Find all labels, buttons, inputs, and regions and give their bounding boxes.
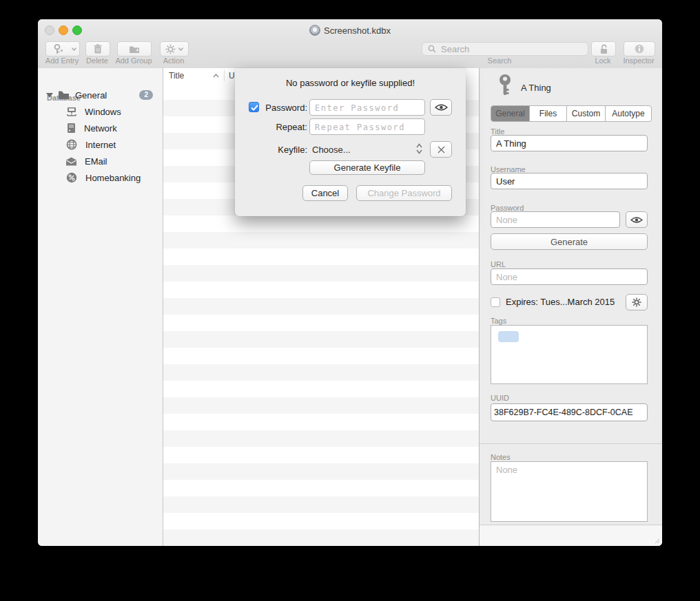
- count-badge: 2: [139, 90, 153, 100]
- url-field-label: URL: [491, 260, 506, 268]
- padlock-open-icon: [599, 44, 608, 54]
- search-field[interactable]: [422, 42, 588, 56]
- key-plus-icon: [53, 44, 63, 54]
- tags-box[interactable]: [491, 325, 648, 384]
- sidebar-item-email[interactable]: EMail: [38, 153, 163, 169]
- sidebar-item-windows[interactable]: Windows: [38, 103, 163, 120]
- sort-ascending-icon: [213, 74, 219, 78]
- lock-button[interactable]: [591, 41, 616, 56]
- password-label: Password:: [260, 103, 307, 113]
- reveal-password-button[interactable]: [626, 211, 648, 228]
- sidebar-item-label: General: [75, 90, 107, 101]
- sidebar-item-network[interactable]: Network: [38, 120, 163, 136]
- add-group-button[interactable]: [117, 41, 152, 56]
- close-x-icon: [438, 146, 445, 154]
- inspector-footer: [480, 525, 662, 546]
- workgroup-icon: [65, 107, 78, 117]
- tags-label: Tags: [491, 317, 506, 325]
- tab-custom[interactable]: Custom: [567, 106, 606, 121]
- gear-icon: [632, 297, 641, 307]
- app-window: Screenshot.kdbx Add Entry Del: [38, 19, 662, 546]
- expires-label: Expires: Tues...March 2015: [506, 297, 615, 307]
- password-field[interactable]: [491, 211, 620, 228]
- resize-grip-icon[interactable]: [654, 538, 660, 544]
- document-icon: [309, 25, 320, 36]
- add-entry-dropdown-button[interactable]: [68, 41, 80, 56]
- cancel-button[interactable]: Cancel: [302, 185, 348, 201]
- server-icon: [67, 123, 76, 134]
- clear-keyfile-button[interactable]: [430, 141, 452, 158]
- dialog-repeat-input[interactable]: [309, 118, 425, 135]
- expires-checkbox[interactable]: [491, 297, 500, 307]
- search-input[interactable]: [440, 43, 582, 55]
- notes-box[interactable]: [491, 461, 648, 522]
- toolbar: Add Entry Delete Add Group: [38, 40, 662, 69]
- entry-title: A Thing: [521, 83, 551, 93]
- username-field[interactable]: [491, 173, 648, 189]
- sidebar-item-label: EMail: [85, 156, 107, 167]
- section-divider: [480, 443, 662, 444]
- lock-label: Lock: [588, 56, 618, 65]
- folder-icon: [58, 90, 70, 100]
- url-field[interactable]: [491, 268, 648, 285]
- action-label: Action: [157, 56, 190, 65]
- search-icon: [428, 45, 436, 53]
- action-button[interactable]: [160, 41, 189, 56]
- keyfile-popup[interactable]: Choose...: [312, 145, 351, 155]
- uuid-label: UUID: [491, 394, 509, 402]
- notes-label: Notes: [491, 453, 511, 461]
- chevron-down-icon: [72, 48, 76, 51]
- percent-circle-icon: [66, 172, 77, 183]
- inspector-button[interactable]: [624, 41, 655, 56]
- notes-input[interactable]: [491, 462, 647, 521]
- change-password-button[interactable]: Change Password: [356, 185, 452, 201]
- globe-icon: [66, 139, 77, 150]
- sidebar-item-general[interactable]: General 2: [38, 87, 163, 103]
- add-entry-label: Add Entry: [41, 56, 83, 65]
- tab-general[interactable]: General: [491, 106, 530, 121]
- dialog-password-input[interactable]: [309, 99, 425, 116]
- content-area: Database General 2 Windows: [38, 68, 662, 546]
- window-title: Screenshot.kdbx: [38, 25, 662, 36]
- keyfile-label: Keyfile:: [260, 145, 307, 155]
- delete-button[interactable]: [85, 41, 110, 56]
- dialog-reveal-password-button[interactable]: [430, 99, 452, 116]
- tab-autotype[interactable]: Autotype: [606, 106, 651, 121]
- sidebar-item-homebanking[interactable]: Homebanking: [38, 169, 163, 186]
- column-header-title[interactable]: Title: [169, 71, 184, 81]
- inspector-label: Inspector: [619, 56, 659, 65]
- sidebar: Database General 2 Windows: [38, 68, 163, 546]
- generate-keyfile-button[interactable]: Generate Keyfile: [309, 160, 425, 175]
- sidebar-item-label: Homebanking: [85, 173, 141, 183]
- key-icon: [497, 74, 513, 97]
- uuid-field[interactable]: [491, 403, 648, 421]
- password-checkbox[interactable]: [249, 102, 259, 112]
- inspector-panel: A Thing General Files Custom Autotype Ti…: [480, 68, 662, 546]
- search-label: Search: [469, 56, 531, 65]
- title-field[interactable]: [491, 135, 648, 151]
- folder-plus-icon: [129, 45, 140, 54]
- sidebar-item-label: Windows: [85, 107, 121, 117]
- add-group-label: Add Group: [112, 56, 155, 65]
- title-bar[interactable]: Screenshot.kdbx: [38, 19, 662, 40]
- delete-label: Delete: [81, 56, 114, 65]
- add-entry-button[interactable]: [45, 41, 70, 56]
- generate-password-button[interactable]: Generate: [491, 233, 648, 250]
- checkmark-icon: [251, 105, 258, 111]
- column-divider[interactable]: [224, 70, 225, 81]
- expires-settings-button[interactable]: [626, 294, 648, 310]
- stepper-icon[interactable]: [416, 143, 422, 154]
- sidebar-item-internet[interactable]: Internet: [38, 136, 163, 153]
- sidebar-item-label: Internet: [85, 140, 116, 150]
- repeat-label: Repeat:: [260, 122, 307, 132]
- tag-pill[interactable]: [498, 331, 519, 342]
- disclosure-triangle-icon[interactable]: [46, 93, 53, 98]
- gear-icon: [165, 44, 176, 54]
- sidebar-item-label: Network: [84, 123, 117, 134]
- tab-files[interactable]: Files: [530, 106, 567, 121]
- column-header-username[interactable]: U: [229, 71, 235, 81]
- dialog-message: No password or keyfile supplied!: [235, 78, 466, 88]
- eye-icon: [435, 103, 448, 112]
- inspector-tabs: General Files Custom Autotype: [491, 105, 652, 122]
- info-circle-icon: [635, 44, 644, 54]
